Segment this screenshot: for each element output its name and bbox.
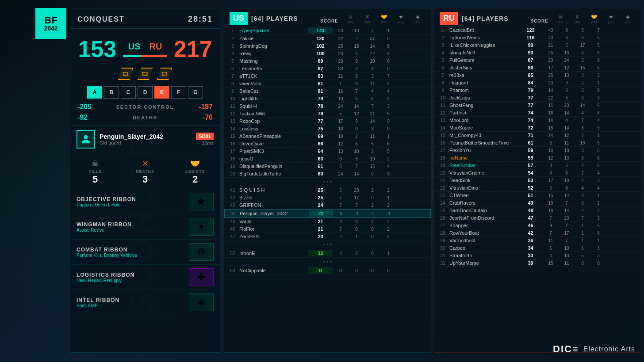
player-name-cell: MooSquire	[448, 125, 518, 130]
player-rank-num: 8	[228, 81, 238, 86]
player-v3: 7	[364, 104, 380, 109]
player-v1: 9	[543, 223, 559, 228]
kda-row: ☠ KILLS 5 ✕ DEATHS 3 🤝 ASSISTS 2	[70, 153, 220, 189]
assists-value: 2	[172, 174, 218, 185]
ribbon-row-1: WINGMAN RIBBON Assist, Revive ✦	[70, 214, 220, 240]
ribbon-desc-0: Capture, Defend, Hold	[77, 202, 184, 207]
player-v2: 24	[559, 58, 575, 63]
player-score: 85	[518, 72, 543, 78]
player-v4: 6	[590, 103, 606, 108]
ellipsis-row: • • •	[224, 240, 431, 249]
player-v2: 14	[559, 208, 575, 213]
player-name-cell: UpYourMeme	[448, 260, 518, 266]
player-score: 59	[518, 155, 543, 160]
score-ru: 217	[174, 36, 212, 62]
player-v4: 3	[590, 95, 606, 100]
player-score: 64	[308, 149, 333, 154]
player-v3: 3	[575, 156, 590, 160]
col-assist-ru: 🤝 (x1)	[586, 14, 602, 23]
player-rank-num: 6	[438, 65, 448, 70]
player-v3: 3	[575, 88, 590, 93]
player-v1: 1	[333, 81, 349, 86]
player-v3: 1	[575, 238, 590, 243]
player-v4: 7	[590, 28, 606, 33]
player-rank-num: 18	[438, 155, 448, 160]
player-score: 79	[518, 88, 543, 93]
player-v2: 2	[349, 134, 364, 139]
score-row: 153 US RU 217	[70, 29, 220, 64]
player-v2: 7	[349, 164, 364, 169]
player-name-cell: CrabRavers	[448, 200, 518, 206]
player-v3: 3	[575, 73, 590, 78]
player-v3: 21	[364, 111, 380, 116]
player-v3: 2	[575, 178, 590, 183]
table-row: 16 DriverDave 66 12 5 5 6	[224, 140, 431, 148]
ribbon-info-4: INTEL RIBBON Spot, EMP	[77, 297, 184, 308]
player-v4: 8	[590, 50, 606, 55]
player-rank-num: 12	[438, 110, 448, 115]
player-v1: 25	[333, 44, 349, 49]
player-name-cell: VitruvianDino	[448, 185, 518, 191]
player-v4: 3	[380, 171, 396, 176]
player-v4: 7	[380, 74, 396, 79]
player-v1: 17	[543, 65, 559, 70]
player-v2: 9	[559, 28, 575, 33]
player-score: 42	[518, 230, 543, 236]
player-score: 20	[308, 234, 333, 239]
player-v1: 5	[543, 186, 559, 191]
player-v1: 18	[333, 126, 349, 131]
x-icon: ✕	[365, 14, 369, 20]
player-v2: 8	[559, 88, 575, 93]
col-x-ru: ✕ (x0)	[569, 14, 585, 23]
player-name-cell: string.IsNull	[448, 50, 518, 55]
player-name-cell: PiperSMK3	[238, 149, 308, 154]
kills-icon: ☠	[72, 159, 118, 168]
table-row: 17 PiperSMK3 64 13 10 2 5	[224, 148, 431, 155]
player-rank-num: 11	[228, 103, 238, 109]
player-v4: 5	[590, 35, 606, 40]
player-v3: 2	[575, 80, 590, 85]
us-players-label: [64] PLAYERS	[251, 15, 298, 22]
table-row: 18 nessO 63 9 3 19 2	[224, 155, 431, 163]
server-badge: SD01	[196, 133, 214, 140]
player-rank-num: 31	[438, 253, 448, 258]
player-score: 72	[518, 125, 543, 130]
player-v1: 22	[543, 95, 559, 100]
ribbon-name-1: WINGMAN RIBBON	[77, 221, 184, 228]
player-score: 78	[308, 111, 333, 116]
player-name-cell: JeprNotFromDiscord	[448, 215, 518, 221]
player-v4: 2	[590, 208, 606, 213]
player-score: 51	[518, 193, 543, 198]
player-v4: 4	[380, 89, 396, 94]
player-v2: 7	[559, 223, 575, 228]
player-rank-num: 44	[228, 211, 238, 216]
player-name-cell: Straatforth	[448, 253, 518, 258]
player-score: 60	[308, 171, 333, 176]
player-rank-num: 57	[228, 251, 238, 256]
ribbon-row-3: LOGISTICS RIBBON Heal, Repair, Resupply …	[70, 265, 220, 290]
player-rank: Old guard	[100, 140, 192, 145]
player-v1: 15	[543, 261, 559, 266]
player-name-cell: Zakkie	[238, 36, 308, 41]
table-row: 16 PeanutButterSmoothieTime 61 3 11 13 6	[434, 139, 641, 147]
player-score: 86	[518, 65, 543, 70]
player-v3: 0	[364, 268, 380, 273]
player-v4: 0	[380, 119, 396, 124]
table-row: 14 Lossless 75 18 0 3 0	[224, 125, 431, 133]
player-v3: 15	[364, 164, 380, 169]
deaths-value: 3	[122, 174, 168, 185]
table-row: 18 noName 59 12 13 3 6	[434, 154, 641, 162]
player-v4: 6	[380, 59, 396, 64]
col-obj-ru: ★ (x2)	[603, 14, 619, 23]
player-name-cell: CTWhen	[448, 193, 518, 198]
player-v3: 14	[575, 103, 590, 108]
player-score: 87	[308, 66, 333, 71]
score-bar-ru	[141, 55, 167, 57]
player-v2: 1	[349, 234, 364, 239]
player-v1: 14	[543, 88, 559, 93]
player-rank-num: 5	[228, 58, 238, 64]
player-v1: 23	[333, 28, 349, 33]
ribbon-row-4: INTEL RIBBON Spot, EMP ◈	[70, 290, 220, 315]
player-rank-num: 20	[438, 170, 448, 175]
table-row: 43 GRIFFON 24 7 7 2 2	[224, 202, 431, 209]
